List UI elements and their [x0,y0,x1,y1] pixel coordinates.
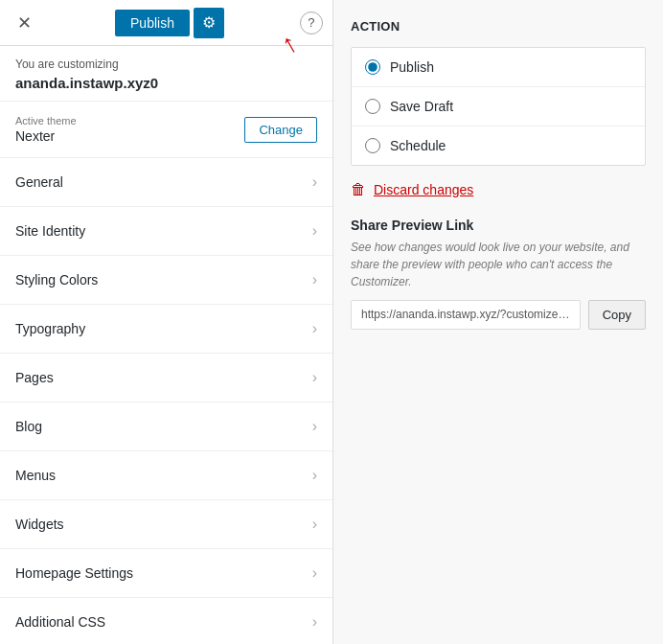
gear-button[interactable]: ⚙ [194,8,224,38]
menu-item-typography[interactable]: Typography › [0,305,332,354]
discard-changes-section: 🗑 Discard changes [351,181,646,198]
radio-group: Publish Save Draft Schedule [351,47,646,166]
radio-item-save-draft[interactable]: Save Draft [352,87,645,126]
radio-label: Save Draft [390,99,453,114]
site-name: ananda.instawp.xyz0 [15,75,317,91]
menu-item-styling-colors[interactable]: Styling Colors › [0,256,332,305]
chevron-icon: › [312,564,317,582]
radio-item-publish[interactable]: Publish [352,48,645,87]
chevron-icon: › [312,222,317,240]
radio-label: Schedule [390,138,446,153]
copy-button[interactable]: Copy [588,300,646,330]
menu-item-homepage-settings[interactable]: Homepage Settings › [0,549,332,598]
menu-item-label: Blog [15,419,42,434]
menu-item-label: Homepage Settings [15,565,133,581]
menu-item-site-identity[interactable]: Site Identity › [0,207,332,256]
share-preview-section: Share Preview Link See how changes would… [351,218,646,330]
theme-info: Active theme Nexter [15,115,77,144]
menu-item-pages[interactable]: Pages › [0,354,332,402]
close-icon: ✕ [17,13,32,33]
discard-changes-button[interactable]: Discard changes [374,182,473,197]
menu-item-general[interactable]: General › [0,158,332,207]
share-link-display: https://ananda.instawp.xyz/?customize_ch… [351,300,581,330]
help-button[interactable]: ? [300,12,323,34]
menu-item-menus[interactable]: Menus › [0,451,332,500]
menu-item-label: Menus [15,468,56,483]
share-preview-title: Share Preview Link [351,218,646,233]
menu-item-label: Typography [15,321,85,336]
menu-item-additional-css[interactable]: Additional CSS › [0,598,332,644]
chevron-icon: › [312,173,317,191]
menu-item-blog[interactable]: Blog › [0,402,332,451]
radio-input[interactable] [365,99,380,114]
theme-name: Nexter [15,128,77,144]
right-panel: Action Publish Save Draft Schedule 🗑 Dis… [333,0,663,644]
top-bar: ✕ Publish ⚙ ? [0,0,332,46]
menu-item-label: General [15,174,63,190]
share-link-row: https://ananda.instawp.xyz/?customize_ch… [351,300,646,330]
chevron-icon: › [312,369,317,386]
theme-section: Active theme Nexter Change [0,102,332,158]
chevron-icon: › [312,271,317,288]
publish-button[interactable]: Publish [115,10,190,36]
radio-input[interactable] [365,59,380,75]
menu-item-label: Pages [15,370,54,385]
top-bar-center: Publish ⚙ [115,8,224,38]
trash-icon: 🗑 [351,181,366,198]
gear-icon: ⚙ [202,13,216,32]
menu-item-label: Widgets [15,517,64,532]
radio-item-schedule[interactable]: Schedule [352,126,645,165]
left-panel: ✕ Publish ⚙ ? You are customizing ananda… [0,0,333,644]
share-preview-desc: See how changes would look live on your … [351,239,646,290]
action-title: Action [351,19,646,34]
chevron-icon: › [312,467,317,484]
chevron-icon: › [312,613,317,631]
menu-list: General › Site Identity › Styling Colors… [0,158,332,644]
menu-item-label: Additional CSS [15,614,105,630]
help-icon: ? [308,15,314,30]
chevron-icon: › [312,320,317,337]
menu-item-label: Styling Colors [15,272,98,288]
close-button[interactable]: ✕ [10,9,39,37]
radio-input[interactable] [365,138,380,153]
customizing-section: You are customizing ananda.instawp.xyz0 [0,46,332,102]
chevron-icon: › [312,516,317,533]
chevron-icon: › [312,418,317,435]
active-theme-label: Active theme [15,115,77,126]
change-theme-button[interactable]: Change [244,117,317,143]
customizing-label: You are customizing [15,58,317,71]
menu-item-widgets[interactable]: Widgets › [0,500,332,549]
menu-item-label: Site Identity [15,223,85,239]
radio-label: Publish [390,59,434,75]
